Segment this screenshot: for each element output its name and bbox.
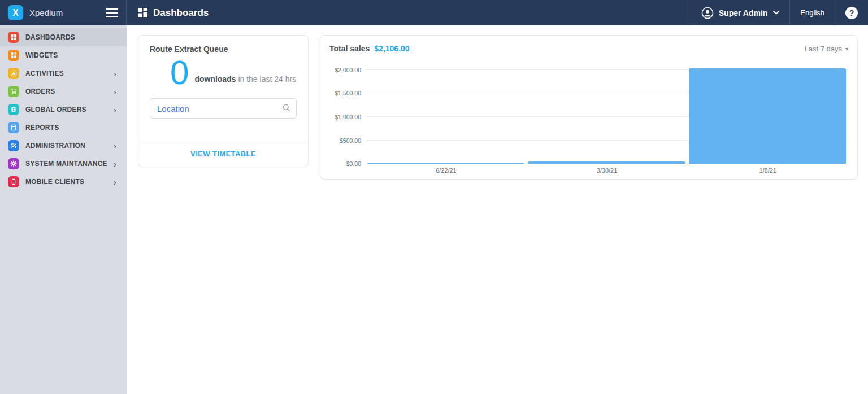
x-axis-labels: 6/22/213/30/211/8/21 <box>366 167 848 174</box>
help-button[interactable]: ? <box>835 0 868 25</box>
sidebar-item-label: MOBILE CLIENTS <box>25 178 114 186</box>
date-range-selector[interactable]: Last 7 days ▾ <box>804 45 848 53</box>
location-search <box>150 98 297 119</box>
y-axis-tick-label: $1,500.00 <box>335 90 361 97</box>
sidebar-item-label: ADMINISTRATION <box>25 142 114 150</box>
downloads-count: 0 <box>170 55 189 90</box>
user-name: Super Admin <box>719 8 768 17</box>
reports-icon <box>8 122 19 133</box>
caret-down-icon: ▾ <box>845 46 848 52</box>
date-range-label: Last 7 days <box>804 45 842 53</box>
chevron-right-icon: › <box>114 106 119 114</box>
chevron-right-icon: › <box>114 160 119 168</box>
global-orders-icon <box>8 104 19 115</box>
sidebar-item-system-maintanance[interactable]: SYSTEM MAINTANANCE › <box>0 155 127 173</box>
activities-icon <box>8 68 19 79</box>
search-icon <box>282 103 291 112</box>
mobile-clients-icon <box>8 176 19 187</box>
page-title: Dashboards <box>153 7 209 19</box>
administration-icon <box>8 140 19 151</box>
orders-cart-icon <box>8 86 19 97</box>
app-logo[interactable]: X <box>8 5 23 20</box>
sidebar-item-dashboards[interactable]: DASHBOARDS › <box>0 28 127 46</box>
bar-3/30/21 <box>528 161 685 164</box>
sidebar: DASHBOARDS › WIDGETS › ACTIVITIES › <box>0 25 127 394</box>
sidebar-item-label: WIDGETS <box>25 51 114 59</box>
chevron-right-icon: › <box>114 178 119 186</box>
widgets-icon <box>8 50 19 61</box>
bar-1/8/21 <box>689 68 846 164</box>
chevron-right-icon: › <box>114 69 119 78</box>
help-icon: ? <box>845 7 858 19</box>
main-content: Route Extract Queue 0 downloads in the l… <box>127 25 868 394</box>
sidebar-item-label: GLOBAL ORDERS <box>25 106 114 113</box>
top-navbar: X Xpedium Dashboards S <box>0 0 868 25</box>
chevron-right-icon: › <box>114 142 119 150</box>
route-extract-queue-card: Route Extract Queue 0 downloads in the l… <box>138 35 309 167</box>
y-axis-tick-label: $1,000.00 <box>335 113 361 120</box>
sidebar-item-activities[interactable]: ACTIVITIES › <box>0 64 127 82</box>
sales-bar-chart: $0.00$500.00$1,000.00$1,500.00$2,000.00 <box>329 64 848 164</box>
sidebar-item-widgets[interactable]: WIDGETS › <box>0 46 127 64</box>
bar-slot <box>687 64 848 164</box>
y-axis-tick-label: $2,000.00 <box>335 67 361 73</box>
navbar-brand-section: X Xpedium <box>0 0 127 25</box>
brand-name: Xpedium <box>29 8 106 17</box>
language-selector[interactable]: English <box>789 0 835 25</box>
sidebar-item-label: DASHBOARDS <box>25 33 114 41</box>
sidebar-item-label: SYSTEM MAINTANANCE <box>25 160 114 168</box>
system-maintenance-gear-icon <box>8 158 19 169</box>
y-axis-tick-label: $0.00 <box>346 160 361 167</box>
navbar-actions: Super Admin English ? <box>691 0 868 25</box>
bar-6/22/21 <box>367 163 524 164</box>
bar-slot <box>366 64 526 164</box>
bar-slot <box>526 64 687 164</box>
plot-area <box>366 64 848 164</box>
x-axis-tick-label: 1/8/21 <box>687 167 848 174</box>
app-logo-letter: X <box>12 8 19 18</box>
chevron-right-icon: › <box>114 87 119 96</box>
dashboards-grid-icon <box>138 8 147 17</box>
downloads-caption: downloads in the last 24 hrs <box>194 75 296 84</box>
sidebar-item-label: ACTIVITIES <box>25 69 114 77</box>
sidebar-item-mobile-clients[interactable]: MOBILE CLIENTS › <box>0 173 127 191</box>
card-title: Route Extract Queue <box>150 45 297 54</box>
user-avatar-icon <box>701 7 714 19</box>
total-sales-value: $2,106.00 <box>374 44 804 53</box>
bars <box>366 64 848 164</box>
total-sales-card: Total sales $2,106.00 Last 7 days ▾ $0.0… <box>320 35 858 180</box>
downloads-count-row: 0 downloads in the last 24 hrs <box>170 55 297 90</box>
sidebar-item-reports[interactable]: REPORTS › <box>0 119 127 137</box>
sidebar-item-label: ORDERS <box>25 87 114 95</box>
menu-toggle-icon[interactable] <box>106 8 118 17</box>
language-label: English <box>800 8 824 17</box>
location-input[interactable] <box>150 98 297 119</box>
chart-title: Total sales <box>329 44 370 53</box>
x-axis-tick-label: 3/30/21 <box>527 167 688 174</box>
x-axis-tick-label: 6/22/21 <box>366 167 527 174</box>
y-axis-tick-label: $500.00 <box>340 137 361 144</box>
sidebar-item-label: REPORTS <box>25 124 114 132</box>
user-menu[interactable]: Super Admin <box>691 0 790 25</box>
page-header: Dashboards <box>127 0 691 25</box>
sidebar-item-global-orders[interactable]: GLOBAL ORDERS › <box>0 100 127 119</box>
y-axis-labels: $0.00$500.00$1,000.00$1,500.00$2,000.00 <box>329 64 366 164</box>
sidebar-item-orders[interactable]: ORDERS › <box>0 82 127 100</box>
dashboards-icon <box>8 32 19 43</box>
chevron-down-icon <box>773 11 779 15</box>
sidebar-item-administration[interactable]: ADMINISTRATION › <box>0 137 127 155</box>
view-timetable-link[interactable]: VIEW TIMETABLE <box>190 150 256 158</box>
card-footer: VIEW TIMETABLE <box>138 141 308 167</box>
